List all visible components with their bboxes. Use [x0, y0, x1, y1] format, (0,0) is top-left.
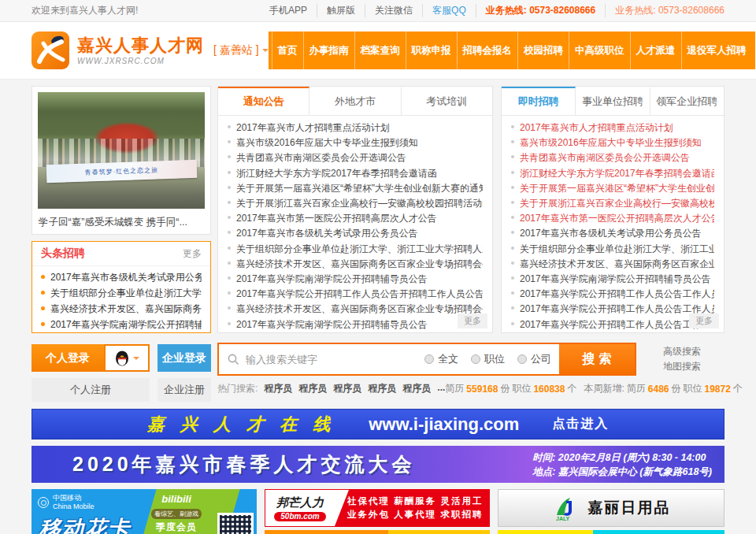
radio-icon[interactable] — [424, 354, 434, 364]
site-header: 嘉兴人事人才网 WWW.JXRSRC.COM [ 嘉善站 ] 首页办事指南档案查… — [0, 22, 756, 79]
job-item[interactable]: 2017年嘉兴学院公开招聘工作人员公告工作... — [511, 317, 714, 332]
photo-caption[interactable]: 学子回“嘉”感受禾城蝶变 携手同“... — [38, 209, 205, 229]
job-count: 160838 — [533, 384, 565, 395]
fair-title: 2020年嘉兴市春季人才交流大会 — [72, 451, 416, 477]
notice-more-link[interactable]: 更多 — [458, 313, 487, 328]
hot-term-link[interactable]: 程序员 — [298, 382, 327, 395]
nav-item[interactable]: 首页 — [272, 32, 303, 69]
topbar-links: 手机APP触屏版关注微信客服QQ 业务热线: 0573-82608666 业务热… — [260, 4, 724, 17]
jobs-more-link[interactable]: 更多 — [689, 313, 719, 328]
nav-item[interactable]: 职称申报 — [406, 32, 457, 69]
notice-panel: 通知公告外地才市考试培训 2017年嘉兴市人才招聘重点活动计划嘉兴市级2016年… — [217, 86, 493, 333]
notice-item[interactable]: 2017年嘉兴学院南湖学院公开招聘辅导员公告 — [228, 272, 483, 287]
nav-item[interactable]: 中高级职位 — [569, 32, 630, 69]
jobs-tab[interactable]: 事业单位招聘 — [576, 87, 650, 115]
notice-item[interactable]: 浙江财经大学东方学院2017年春季招聘会邀请函 — [228, 166, 483, 181]
notice-tab[interactable]: 通知公告 — [218, 87, 309, 115]
notice-item[interactable]: 关于开展浙江嘉兴百家企业高校行—安徽高校校园招聘活动的通... — [228, 196, 483, 211]
site-logo-icon[interactable] — [32, 32, 69, 69]
headline-item[interactable]: 嘉兴经济技术开发区、嘉兴国际商务... — [41, 301, 202, 317]
job-item[interactable]: 关于组织部分企事业单位赴浙江大学、浙江工业大... — [511, 242, 714, 257]
personal-login-button[interactable]: 个人登录 — [32, 344, 104, 372]
notice-item[interactable]: 2017年嘉兴市各级机关考试录用公务员公告 — [228, 226, 483, 241]
site-name: 嘉兴人事人才网 — [77, 35, 204, 55]
scope-option[interactable]: 公司 — [517, 352, 551, 366]
notice-item[interactable]: 嘉兴市级2016年应届大中专毕业生报到须知 — [228, 135, 483, 150]
job-item[interactable]: 2017年嘉兴学院南湖学院公开招聘辅导员公告 — [511, 272, 714, 287]
notice-tab[interactable]: 外地才市 — [309, 87, 401, 115]
week-resume-count: 6486 — [648, 384, 669, 395]
topbar-link[interactable]: 关注微信 — [365, 4, 423, 17]
job-item[interactable]: 共青团嘉兴市南湖区委员会公开选调公告 — [511, 150, 714, 165]
headline-item[interactable]: 关于组织部分企事业单位赴浙江大学... — [41, 285, 202, 301]
nav-item[interactable]: 退役军人招聘 — [681, 32, 752, 69]
hot-term-link[interactable]: 程序员 — [264, 382, 292, 395]
notice-tab[interactable]: 考试培训 — [402, 87, 492, 115]
job-fair-banner[interactable]: 2020年嘉兴市春季人才交流大会 时间: 2020年2月8日 (周六) 8:30… — [32, 446, 724, 483]
map-search-link[interactable]: 地图搜索 — [663, 359, 701, 374]
notice-item[interactable]: 2017年嘉兴学院南湖学院公开招聘辅导员公告 — [228, 317, 483, 332]
nav-item[interactable]: 办事指南 — [303, 32, 354, 69]
ad-band-content: bilibili 看综艺、刷游戏 季度会员 — [137, 493, 216, 534]
notice-item[interactable]: 关于组织部分企事业单位赴浙江大学、浙江工业大学招聘人才的... — [228, 242, 483, 257]
search-input[interactable] — [246, 344, 424, 374]
job-item[interactable]: 嘉兴经济技术开发区、嘉兴国际商务区百家企业专... — [511, 257, 714, 272]
ad-jiali[interactable]: JALY 嘉丽日用品 — [498, 489, 724, 527]
talent-online-banner[interactable]: 嘉 兴 人 才 在 线 www.i-jiaxing.com 点击进入 — [32, 409, 724, 439]
hot-term-link[interactable]: ... — [437, 382, 445, 395]
jobs-tab[interactable]: 领军企业招聘 — [650, 87, 724, 115]
headline-item[interactable]: 2017年嘉兴市各级机关考试录用公务... — [41, 269, 202, 285]
hot-term-link[interactable]: 程序员 — [368, 382, 396, 395]
nav-item[interactable]: 招聘会报名 — [457, 32, 518, 69]
job-item[interactable]: 2017年嘉兴学院公开招聘工作人员公告工作人员... — [511, 302, 714, 317]
bangmang-url: 50bm.com — [274, 512, 325, 521]
jobs-tab[interactable]: 即时招聘 — [502, 87, 576, 115]
topbar-link[interactable]: 触屏版 — [317, 4, 365, 17]
site-logo-text[interactable]: 嘉兴人事人才网 WWW.JXRSRC.COM — [77, 35, 204, 65]
advanced-search-link[interactable]: 高级搜索 — [663, 344, 701, 359]
job-item[interactable]: 2017年嘉兴市第一医院公开招聘高层次人才公告 — [511, 211, 714, 226]
notice-item[interactable]: 共青团嘉兴市南湖区委员会公开选调公告 — [228, 150, 483, 165]
ad-china-mobile[interactable]: 中国移动China Mobile 移动花卡 bilibili 看综艺、刷游戏 季… — [32, 489, 257, 534]
news-photo[interactable]: 青春筑梦·红色之恋之旅 — [38, 92, 205, 209]
job-item[interactable]: 浙江财经大学东方学院2017年春季招聘会邀请函 — [511, 166, 714, 181]
topbar-link[interactable]: 手机APP — [260, 4, 317, 17]
job-item[interactable]: 关于开展浙江嘉兴百家企业高校行—安徽高校校园... — [511, 196, 714, 211]
hot-term-link[interactable]: 程序员 — [402, 382, 431, 395]
ad-bangmang-hr[interactable]: 邦芒人力 50bm.com 社保代理 薪酬服务 灵活用工 业务外包 人事代理 求… — [265, 489, 490, 527]
search-button[interactable]: 搜索 — [559, 344, 635, 374]
company-login-button[interactable]: 企业登录 — [158, 344, 211, 372]
scope-option[interactable]: 职位 — [471, 352, 505, 366]
radio-icon[interactable] — [517, 354, 527, 364]
nav-item[interactable]: 校园招聘 — [517, 32, 569, 69]
scope-option[interactable]: 全文 — [424, 352, 458, 366]
notice-item[interactable]: 嘉兴经济技术开发区、嘉兴国际商务区百家企业专场招聘会公告 — [228, 302, 483, 317]
station-selector[interactable]: [ 嘉善站 ] — [213, 43, 269, 57]
job-item[interactable]: 2017年嘉兴学院公开招聘工作人员公告工作人员... — [511, 287, 714, 302]
headline-item[interactable]: 2017年嘉兴学院南湖学院公开招聘辅... — [41, 317, 202, 332]
scope-label: 职位 — [484, 352, 505, 366]
notice-item[interactable]: 2017年嘉兴市人才招聘重点活动计划 — [228, 121, 483, 135]
nav-item[interactable]: 人才派遣 — [630, 32, 681, 69]
banner-cta: 点击进入 — [552, 416, 609, 432]
headline-more-link[interactable]: 更多 — [183, 247, 202, 261]
job-item[interactable]: 2017年嘉兴市人才招聘重点活动计划 — [511, 121, 714, 135]
notice-item[interactable]: 关于开展第一届嘉兴港区“希望杯”大学生创业创新大赛的通知 — [228, 181, 483, 196]
notice-item[interactable]: 嘉兴经济技术开发区、嘉兴国际商务区百家企业专场招聘会公告 — [228, 257, 483, 272]
nav-item[interactable]: 档案查询 — [354, 32, 406, 69]
headline-title: 头条招聘 — [41, 247, 85, 261]
radio-icon[interactable] — [471, 354, 480, 364]
topbar-link[interactable]: 客服QQ — [423, 4, 476, 17]
personal-register-button[interactable]: 个人注册 — [32, 378, 150, 402]
company-register-button[interactable]: 企业注册 — [158, 378, 211, 402]
job-item[interactable]: 关于开展第一届嘉兴港区“希望杯”大学生创业创... — [511, 181, 714, 196]
notice-item[interactable]: 2017年嘉兴市第一医院公开招聘高层次人才公告 — [228, 211, 483, 226]
job-item[interactable]: 嘉兴市级2016年应届大中专毕业生报到须知 — [511, 135, 714, 150]
hotline-primary: 业务热线: 0573-82608666 — [476, 4, 606, 17]
bilibili-logo: bilibili — [137, 493, 216, 505]
qq-login-dropdown[interactable] — [104, 344, 150, 372]
notice-item[interactable]: 2017年嘉兴学院公开招聘工作人员公告开招聘工作人员公告开... — [228, 287, 483, 302]
job-item[interactable]: 2017年嘉兴市各级机关考试录用公务员公告 — [511, 226, 714, 241]
jobs-panel: 即时招聘事业单位招聘领军企业招聘 2017年嘉兴市人才招聘重点活动计划嘉兴市级2… — [501, 86, 724, 333]
hot-term-link[interactable]: 程序员 — [333, 382, 361, 395]
